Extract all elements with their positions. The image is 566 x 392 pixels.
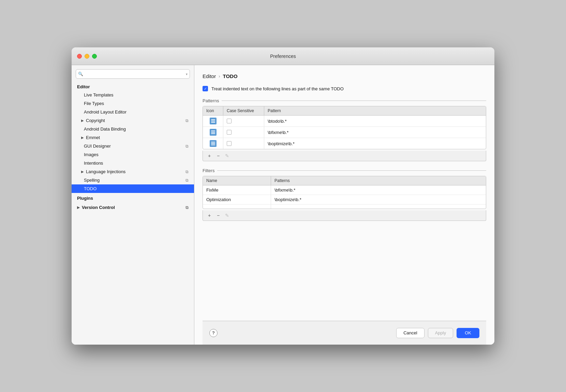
breadcrumb-current: TODO [223, 73, 238, 79]
patterns-section: Patterns Icon Case Sensitive Pattern [203, 98, 486, 167]
sidebar-item-version-control[interactable]: ▶ Version Control ⧉ [72, 203, 194, 211]
filters-row1-name: FixMe [203, 185, 271, 195]
patterns-add-button[interactable]: + [206, 152, 213, 160]
filters-col-name: Name [203, 176, 271, 185]
case-checkbox-1[interactable] [227, 119, 232, 123]
search-input[interactable] [76, 69, 190, 79]
sidebar-item-android-layout-editor[interactable]: Android Layout Editor [72, 108, 194, 116]
titlebar: Preferences [72, 47, 494, 65]
traffic-lights [77, 54, 97, 59]
copyright-arrow-icon: ▶ [81, 119, 84, 122]
sidebar-items: Editor Live Templates File Types Android… [72, 83, 194, 341]
patterns-row3-case[interactable] [223, 138, 264, 149]
patterns-row1-icon [203, 116, 223, 126]
copyright-copy-icon: ⧉ [185, 118, 189, 123]
search-wrapper: 🔍 ▾ [76, 69, 190, 79]
version-control-arrow-icon: ▶ [77, 206, 80, 209]
sidebar: 🔍 ▾ Editor Live Templates File Types [72, 65, 194, 345]
filters-empty-name [203, 205, 271, 209]
patterns-table-row[interactable]: \boptimize\b.* [203, 138, 486, 149]
filters-col-patterns: Patterns [271, 176, 486, 185]
content-area: 🔍 ▾ Editor Live Templates File Types [72, 65, 494, 345]
patterns-row2-case[interactable] [223, 127, 264, 138]
filters-table-row[interactable]: Optimization \boptimize\b.* [203, 195, 486, 205]
sidebar-item-todo[interactable]: TODO [72, 184, 194, 193]
patterns-remove-button[interactable]: − [214, 152, 222, 160]
help-button[interactable]: ? [209, 329, 218, 337]
emmet-arrow-icon: ▶ [81, 136, 84, 139]
sidebar-item-images[interactable]: Images [72, 150, 194, 159]
patterns-table-row[interactable]: \bfixme\b.* [203, 127, 486, 138]
spelling-copy-icon: ⧉ [185, 178, 189, 183]
sidebar-item-language-injections[interactable]: ▶ Language Injections ⧉ [72, 167, 194, 176]
preferences-window: Preferences 🔍 ▾ Editor Live Templates [72, 47, 494, 345]
sidebar-item-editor[interactable]: Editor [72, 83, 194, 91]
sidebar-item-gui-designer[interactable]: GUI Designer ⧉ [72, 142, 194, 150]
spacer [203, 226, 486, 321]
sidebar-item-copyright[interactable]: ▶ Copyright ⧉ [72, 116, 194, 125]
patterns-table-header: Icon Case Sensitive Pattern [203, 106, 486, 116]
filters-row2-pattern: \boptimize\b.* [271, 195, 486, 204]
filters-row1-pattern: \bfixme\b.* [271, 185, 486, 195]
filters-edit-button[interactable]: ✎ [223, 212, 231, 219]
sidebar-item-android-data-binding[interactable]: Android Data Binding [72, 125, 194, 133]
gui-designer-copy-icon: ⧉ [185, 144, 189, 149]
cancel-button[interactable]: Cancel [396, 328, 424, 338]
action-buttons: Cancel Apply OK [396, 328, 479, 338]
patterns-label: Patterns [203, 98, 486, 103]
patterns-row2-icon [203, 127, 223, 138]
doc-icon [210, 140, 217, 147]
patterns-row2-pattern: \bfixme\b.* [264, 127, 486, 138]
sidebar-item-live-templates[interactable]: Live Templates [72, 91, 194, 99]
patterns-edit-button[interactable]: ✎ [223, 152, 231, 160]
treat-indented-label: Treat indented text on the following lin… [211, 86, 344, 91]
filters-empty-pattern [271, 205, 486, 209]
treat-indented-checkbox-row: ✓ Treat indented text on the following l… [203, 86, 486, 91]
treat-indented-checkbox[interactable]: ✓ [203, 86, 208, 91]
patterns-table: Icon Case Sensitive Pattern [203, 106, 486, 149]
patterns-col-pattern: Pattern [264, 106, 486, 115]
close-button[interactable] [77, 54, 82, 59]
patterns-col-case: Case Sensitive [223, 106, 264, 115]
filters-add-button[interactable]: + [206, 212, 213, 219]
maximize-button[interactable] [92, 54, 97, 59]
window-title: Preferences [270, 54, 296, 59]
patterns-row3-pattern: \boptimize\b.* [264, 138, 486, 149]
patterns-toolbar: + − ✎ [203, 151, 486, 161]
sidebar-item-intentions[interactable]: Intentions [72, 159, 194, 167]
breadcrumb-separator: › [219, 74, 220, 79]
sidebar-item-file-types[interactable]: File Types [72, 99, 194, 108]
minimize-button[interactable] [85, 54, 89, 59]
case-checkbox-3[interactable] [227, 141, 232, 146]
doc-icon [210, 129, 217, 136]
sidebar-item-spelling[interactable]: Spelling ⧉ [72, 176, 194, 184]
filters-section: Filters Name Patterns FixMe \bfixme\b.* … [203, 168, 486, 226]
language-injections-arrow-icon: ▶ [81, 170, 84, 174]
patterns-row1-pattern: \btodo\b.* [264, 116, 486, 126]
patterns-col-icon: Icon [203, 106, 223, 115]
sidebar-item-emmet[interactable]: ▶ Emmet [72, 133, 194, 142]
filters-toolbar: + − ✎ [203, 210, 486, 221]
case-checkbox-2[interactable] [227, 130, 232, 135]
bottom-bar: ? Cancel Apply OK [203, 321, 486, 345]
filters-table-header: Name Patterns [203, 176, 486, 185]
patterns-table-row[interactable]: \btodo\b.* [203, 116, 486, 127]
filters-table-row[interactable]: FixMe \bfixme\b.* [203, 185, 486, 195]
breadcrumb-parent: Editor [203, 73, 216, 79]
filters-table: Name Patterns FixMe \bfixme\b.* Optimiza… [203, 176, 486, 209]
language-injections-copy-icon: ⧉ [185, 169, 189, 174]
version-control-copy-icon: ⧉ [185, 205, 189, 210]
filters-remove-button[interactable]: − [214, 212, 222, 219]
ok-button[interactable]: OK [457, 328, 479, 338]
patterns-row3-icon [203, 138, 223, 149]
main-panel: Editor › TODO ✓ Treat indented text on t… [194, 65, 494, 345]
sidebar-item-plugins[interactable]: Plugins [72, 194, 194, 202]
search-dropdown-arrow[interactable]: ▾ [186, 72, 188, 76]
doc-icon [210, 118, 217, 124]
breadcrumb: Editor › TODO [203, 73, 486, 79]
patterns-row1-case[interactable] [223, 116, 264, 126]
filters-label: Filters [203, 168, 486, 173]
filters-row2-name: Optimization [203, 195, 271, 204]
filters-table-empty-row [203, 205, 486, 209]
apply-button[interactable]: Apply [428, 328, 453, 338]
